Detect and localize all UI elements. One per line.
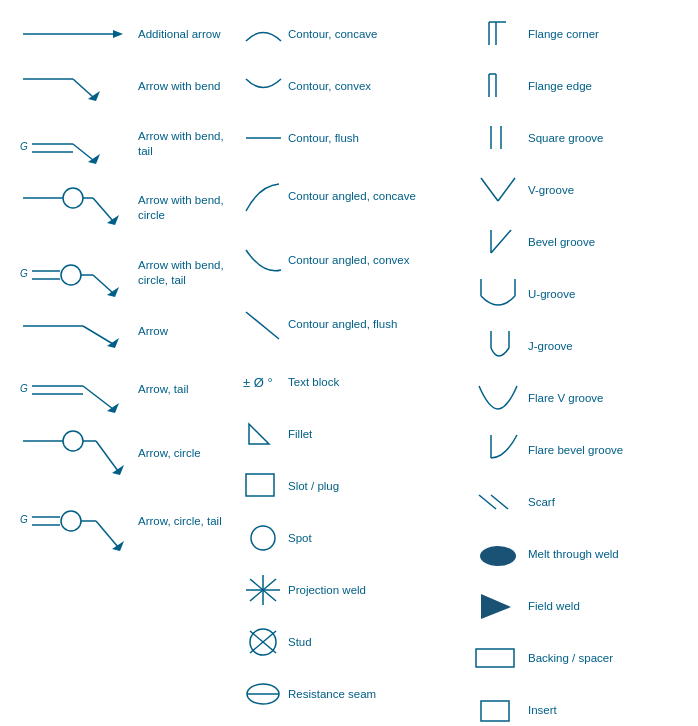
- label-contour-convex: Contour, convex: [288, 79, 460, 94]
- svg-rect-79: [481, 701, 509, 721]
- label-arrow-with-bend-circle: Arrow with bend, circle: [138, 193, 230, 223]
- svg-line-8: [73, 144, 93, 160]
- svg-text:G: G: [20, 141, 28, 152]
- item-flange-corner: Flange corner: [464, 8, 694, 60]
- item-arrow-with-bend-tail: G Arrow with bend, tail: [4, 112, 234, 176]
- item-v-groove: V-groove: [464, 164, 694, 216]
- item-contour-flush: Contour, flush: [234, 112, 464, 164]
- item-melt-through-weld: Melt through weld: [464, 528, 694, 580]
- icon-scarf: [468, 487, 528, 517]
- label-melt-through-weld: Melt through weld: [528, 547, 690, 562]
- label-flare-v-groove: Flare V groove: [528, 391, 690, 406]
- item-spot: Spot: [234, 512, 464, 564]
- svg-marker-45: [249, 424, 269, 444]
- item-scarf: Scarf: [464, 476, 694, 528]
- svg-point-31: [63, 431, 83, 451]
- svg-line-65: [481, 178, 498, 201]
- svg-line-20: [93, 275, 113, 293]
- item-contour-concave: Contour, concave: [234, 8, 464, 60]
- svg-rect-78: [476, 649, 514, 667]
- label-arrow-with-bend-tail: Arrow with bend, tail: [138, 129, 230, 159]
- item-u-groove: U-groove: [464, 268, 694, 320]
- svg-line-28: [83, 386, 113, 409]
- label-backing-spacer: Backing / spacer: [528, 651, 690, 666]
- icon-backing-spacer: [468, 641, 528, 676]
- label-contour-angled-flush: Contour angled, flush: [288, 317, 460, 332]
- icon-arrow-with-bend-circle-tail: G: [8, 245, 138, 300]
- svg-marker-77: [481, 594, 511, 619]
- icon-resistance-seam: [238, 677, 288, 712]
- svg-line-13: [93, 198, 113, 221]
- icon-arrow-with-bend-tail: G: [8, 122, 138, 167]
- item-flare-v-groove: Flare V groove: [464, 372, 694, 424]
- svg-line-43: [246, 312, 279, 339]
- icon-contour-concave: [238, 19, 288, 49]
- svg-point-47: [251, 526, 275, 550]
- icon-arrow-with-bend: [8, 69, 138, 104]
- svg-line-40: [96, 521, 118, 547]
- item-arrow-circle: Arrow, circle: [4, 421, 234, 486]
- label-arrow-with-bend-circle-tail: Arrow with bend, circle, tail: [138, 258, 230, 288]
- icon-bevel-groove: [468, 225, 528, 260]
- label-insert: Insert: [528, 703, 690, 718]
- icon-contour-flush: [238, 128, 288, 148]
- icon-stud: [238, 622, 288, 662]
- svg-line-33: [96, 441, 118, 471]
- icon-arrow-circle: [8, 426, 138, 481]
- icon-text-block: ± Ø °: [238, 367, 288, 397]
- label-fillet: Fillet: [288, 427, 460, 442]
- label-flange-edge: Flange edge: [528, 79, 690, 94]
- svg-text:G: G: [20, 268, 28, 279]
- item-field-weld: Field weld: [464, 580, 694, 632]
- icon-arrow: [8, 316, 138, 346]
- label-arrow-circle-tail: Arrow, circle, tail: [138, 514, 230, 529]
- svg-line-66: [498, 178, 515, 201]
- svg-point-38: [61, 511, 81, 531]
- icon-contour-angled-flush: [238, 304, 288, 344]
- label-flange-corner: Flange corner: [528, 27, 690, 42]
- icon-projection-weld: [238, 570, 288, 610]
- svg-text:G: G: [20, 514, 28, 525]
- item-resistance-seam: Resistance seam: [234, 668, 464, 720]
- icon-additional-arrow: [8, 24, 138, 44]
- svg-line-3: [73, 79, 93, 97]
- icon-square-groove: [468, 121, 528, 156]
- icon-contour-convex: [238, 71, 288, 101]
- item-arrow: Arrow: [4, 305, 234, 357]
- label-contour-concave: Contour, concave: [288, 27, 460, 42]
- icon-flare-v-groove: [468, 381, 528, 416]
- icon-flange-corner: [468, 17, 528, 52]
- item-contour-angled-convex: Contour angled, convex: [234, 228, 464, 292]
- label-arrow-circle: Arrow, circle: [138, 446, 230, 461]
- icon-j-groove: [468, 326, 528, 366]
- label-u-groove: U-groove: [528, 287, 690, 302]
- svg-point-11: [63, 188, 83, 208]
- svg-text:G: G: [20, 383, 28, 394]
- label-contour-angled-concave: Contour angled, concave: [288, 189, 460, 204]
- icon-fillet: [238, 419, 288, 449]
- label-projection-weld: Projection weld: [288, 583, 460, 598]
- svg-point-18: [61, 265, 81, 285]
- label-square-groove: Square groove: [528, 131, 690, 146]
- label-contour-flush: Contour, flush: [288, 131, 460, 146]
- svg-line-23: [83, 326, 113, 344]
- svg-text:± Ø °: ± Ø °: [243, 375, 273, 390]
- svg-marker-1: [113, 30, 123, 38]
- icon-slot-plug: [238, 469, 288, 504]
- item-projection-weld: Projection weld: [234, 564, 464, 616]
- item-bevel-groove: Bevel groove: [464, 216, 694, 268]
- item-additional-arrow: Additional arrow: [4, 8, 234, 60]
- svg-point-76: [480, 546, 516, 566]
- label-arrow-with-bend: Arrow with bend: [138, 79, 230, 94]
- icon-flange-edge: [468, 69, 528, 104]
- item-contour-convex: Contour, convex: [234, 60, 464, 112]
- item-j-groove: J-groove: [464, 320, 694, 372]
- svg-marker-9: [88, 154, 100, 164]
- svg-marker-29: [107, 403, 119, 413]
- item-insert: Insert: [464, 684, 694, 726]
- icon-u-groove: [468, 274, 528, 314]
- label-spot: Spot: [288, 531, 460, 546]
- svg-marker-24: [107, 338, 119, 348]
- label-j-groove: J-groove: [528, 339, 690, 354]
- label-scarf: Scarf: [528, 495, 690, 510]
